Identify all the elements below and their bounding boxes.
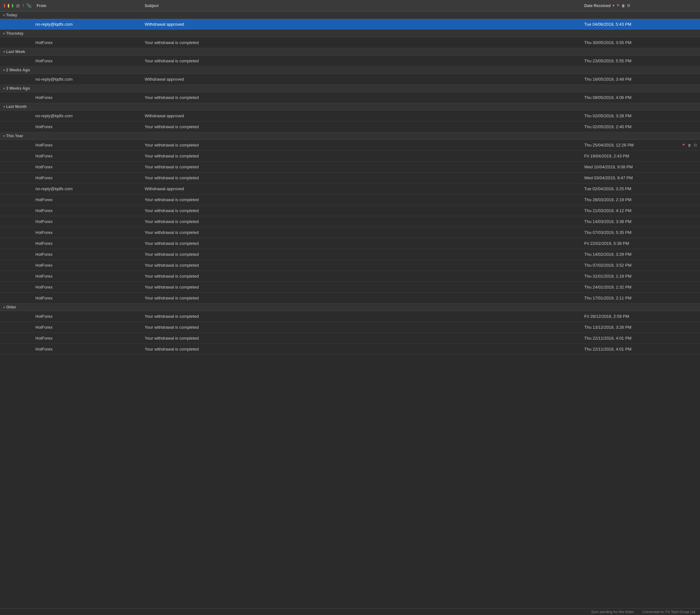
row-actions[interactable]: ⚑ 🗑 ⊡	[674, 142, 700, 148]
email-row[interactable]: HotForexYour withdrawal is completedThu …	[0, 92, 700, 103]
email-row[interactable]: HotForexYour withdrawal is completedThu …	[0, 249, 700, 260]
from-text: HotForex	[35, 325, 52, 330]
subject-text: Your withdrawal is completed	[145, 165, 199, 169]
email-row[interactable]: HotForexYour withdrawal is completedThu …	[0, 344, 700, 355]
email-row[interactable]: HotForexYour withdrawal is completedFri …	[0, 151, 700, 162]
email-row[interactable]: HotForexYour withdrawal is completedThu …	[0, 293, 700, 304]
email-row[interactable]: HotForexYour withdrawal is completedThu …	[0, 37, 700, 48]
from-text: no-reply@lqdfx.com	[35, 22, 73, 27]
row-from: no-reply@lqdfx.com	[35, 187, 145, 191]
subject-text: Your withdrawal is completed	[145, 95, 199, 100]
row-subject: Your withdrawal is completed	[145, 124, 584, 129]
section-chevron: ▾	[3, 105, 5, 108]
email-row[interactable]: HotForexYour withdrawal is completedFri …	[0, 238, 700, 249]
email-row[interactable]: no-reply@lqdfx.comWithdrawal approvedThu…	[0, 111, 700, 121]
row-from: HotForex	[35, 40, 145, 45]
email-row[interactable]: HotForexYour withdrawal is completedFri …	[0, 311, 700, 322]
section-label: Older	[6, 305, 16, 309]
row-date: Thu 02/05/2019, 2:40 PM	[584, 124, 674, 129]
row-subject: Your withdrawal is completed	[145, 314, 584, 319]
from-text: no-reply@lqdfx.com	[35, 77, 73, 81]
trash-action-icon[interactable]: 🗑	[687, 143, 692, 148]
email-row[interactable]: HotForexYour withdrawal is completedThu …	[0, 216, 700, 227]
archive-action-icon[interactable]: ⊡	[693, 142, 697, 148]
date-text: Wed 03/04/2019, 9:47 PM	[584, 176, 633, 180]
row-subject: Your withdrawal is completed	[145, 296, 584, 300]
section-chevron: ▾	[3, 306, 5, 309]
section-label: Thursday	[6, 31, 24, 36]
trash-filter-icon[interactable]: 🗑	[622, 4, 625, 8]
email-row[interactable]: HotForexYour withdrawal is completedThu …	[0, 271, 700, 282]
row-date: Tue 02/04/2019, 3:25 PM	[584, 187, 674, 191]
email-row[interactable]: HotForexYour withdrawal is completedThu …	[0, 140, 700, 151]
date-text: Fri 22/02/2019, 5:38 PM	[584, 241, 629, 246]
email-row[interactable]: HotForexYour withdrawal is completedWed …	[0, 172, 700, 183]
column-headers: @ ! 📎 From Subject Date Received ▼ ⚑ 🗑 ⊡	[0, 0, 700, 12]
row-date: Thu 22/11/2018, 4:01 PM	[584, 347, 674, 351]
section-header-7[interactable]: ▾Older	[0, 304, 700, 311]
row-from: HotForex	[35, 208, 145, 213]
header-icon-area: @ ! 📎	[0, 3, 35, 8]
section-chevron: ▾	[3, 134, 5, 138]
email-row[interactable]: HotForexYour withdrawal is completedThu …	[0, 322, 700, 333]
section-label: Last Week	[6, 50, 25, 54]
row-date: Thu 07/02/2019, 3:52 PM	[584, 263, 674, 268]
date-text: Thu 02/05/2019, 2:40 PM	[584, 124, 632, 129]
date-text: Thu 22/11/2018, 4:01 PM	[584, 347, 632, 351]
subject-column-header[interactable]: Subject	[145, 3, 584, 8]
archive-filter-icon[interactable]: ⊡	[627, 3, 630, 8]
row-date: Thu 28/03/2019, 2:19 PM	[584, 197, 674, 202]
subject-text: Your withdrawal is completed	[145, 154, 199, 158]
row-from: HotForex	[35, 241, 145, 246]
from-column-header[interactable]: From	[35, 3, 145, 8]
from-text: HotForex	[35, 230, 52, 235]
row-date: Thu 30/05/2019, 3:55 PM	[584, 40, 674, 45]
email-row[interactable]: HotForexYour withdrawal is completedThu …	[0, 55, 700, 66]
row-subject: Your withdrawal is completed	[145, 154, 584, 158]
row-subject: Withdrawal approved	[145, 113, 584, 118]
date-text: Thu 14/02/2019, 3:29 PM	[584, 252, 632, 257]
row-subject: Your withdrawal is completed	[145, 241, 584, 246]
row-from: HotForex	[35, 336, 145, 341]
row-from: HotForex	[35, 347, 145, 351]
section-header-0[interactable]: ▾Today	[0, 12, 700, 19]
from-text: HotForex	[35, 197, 52, 202]
section-header-4[interactable]: ▾3 Weeks Ago	[0, 85, 700, 92]
email-row[interactable]: no-reply@lqdfx.comWithdrawal approvedThu…	[0, 74, 700, 85]
date-text: Thu 14/03/2019, 3:38 PM	[584, 219, 632, 224]
from-text: HotForex	[35, 274, 52, 279]
date-text: Thu 28/03/2019, 2:19 PM	[584, 197, 632, 202]
email-row[interactable]: no-reply@lqdfx.comWithdrawal approvedTue…	[0, 183, 700, 194]
email-row[interactable]: HotForexYour withdrawal is completedThu …	[0, 121, 700, 132]
date-column-header[interactable]: Date Received ▼ ⚑ 🗑 ⊡	[584, 3, 674, 8]
from-text: HotForex	[35, 143, 52, 148]
email-row[interactable]: no-reply@lqdfx.comWithdrawal approvedTue…	[0, 19, 700, 30]
section-header-2[interactable]: ▾Last Week	[0, 48, 700, 55]
at-icon: @	[16, 3, 20, 8]
email-row[interactable]: HotForexYour withdrawal is completedThu …	[0, 333, 700, 344]
email-row[interactable]: HotForexYour withdrawal is completedWed …	[0, 162, 700, 172]
from-text: HotForex	[35, 176, 52, 180]
date-text: Thu 31/01/2019, 1:19 PM	[584, 274, 632, 279]
flag-action-icon[interactable]: ⚑	[682, 142, 686, 148]
traffic-light-yellow	[8, 4, 9, 8]
section-header-6[interactable]: ▾This Year	[0, 132, 700, 140]
email-row[interactable]: HotForexYour withdrawal is completedThu …	[0, 205, 700, 216]
row-from: HotForex	[35, 165, 145, 169]
row-date: Fri 22/02/2019, 5:38 PM	[584, 241, 674, 246]
from-text: HotForex	[35, 263, 52, 268]
from-text: HotForex	[35, 252, 52, 257]
row-date: Thu 23/05/2019, 5:55 PM	[584, 59, 674, 63]
row-subject: Withdrawal approved	[145, 187, 584, 191]
section-header-1[interactable]: ▾Thursday	[0, 30, 700, 37]
subject-text: Withdrawal approved	[145, 187, 184, 191]
from-text: no-reply@lqdfx.com	[35, 113, 73, 118]
flag-filter-icon[interactable]: ⚑	[616, 3, 620, 8]
section-header-5[interactable]: ▾Last Month	[0, 103, 700, 111]
email-row[interactable]: HotForexYour withdrawal is completedThu …	[0, 194, 700, 205]
email-row[interactable]: HotForexYour withdrawal is completedThu …	[0, 282, 700, 293]
email-row[interactable]: HotForexYour withdrawal is completedThu …	[0, 227, 700, 238]
traffic-light-red	[4, 4, 5, 8]
section-header-3[interactable]: ▾2 Weeks Ago	[0, 66, 700, 74]
email-row[interactable]: HotForexYour withdrawal is completedThu …	[0, 260, 700, 271]
